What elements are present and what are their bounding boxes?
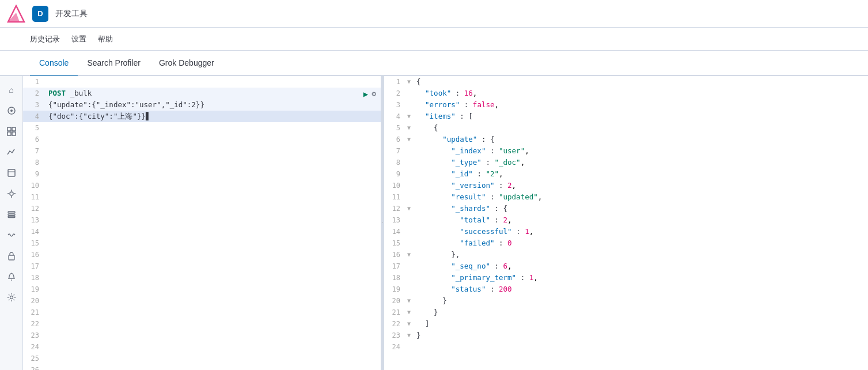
collapse-21[interactable]: ▼ — [407, 307, 414, 318]
home-icon[interactable]: ⌂ — [2, 81, 21, 99]
output-line-11: 11 "result" : "updated", — [384, 191, 868, 203]
svg-rect-5 — [12, 127, 16, 131]
output-panel: 1 ▼ { 2 "took" : 16, 3 "errors" : false,… — [384, 76, 868, 370]
editor-line-17: 17 — [23, 260, 381, 272]
svg-rect-7 — [12, 132, 16, 135]
wrench-icon[interactable]: ⚙ — [372, 88, 376, 100]
collapse-12[interactable]: ▼ — [407, 203, 414, 214]
output-line-4: 4 ▼ "items" : [ — [384, 111, 868, 122]
svg-rect-6 — [7, 132, 11, 135]
editor-line-16: 16 — [23, 249, 381, 260]
ml-icon[interactable] — [2, 184, 21, 203]
editor-line-23: 23 — [23, 330, 381, 341]
editor-line-5: 5 — [23, 122, 381, 134]
tab-console[interactable]: Console — [30, 50, 78, 75]
editor-line-24: 24 — [23, 341, 381, 353]
canvas-icon[interactable] — [2, 164, 21, 182]
security-icon[interactable] — [2, 247, 21, 265]
run-icon[interactable]: ▶ — [363, 88, 368, 100]
output-line-6: 6 ▼ "update" : { — [384, 134, 868, 145]
editor-line-25: 25 — [23, 353, 381, 364]
settings-link[interactable]: 设置 — [71, 34, 86, 44]
editor-line-22: 22 — [23, 318, 381, 330]
output-line-5: 5 ▼ { — [384, 122, 868, 134]
svg-rect-4 — [7, 127, 11, 131]
editor-line-14: 14 — [23, 226, 381, 237]
discover-icon[interactable] — [2, 101, 21, 120]
second-bar: 历史记录 设置 帮助 — [0, 28, 868, 51]
editor-content[interactable]: 1 2 POST _bulk ▶ ⚙ 3 {"update":{"_index"… — [23, 76, 381, 370]
tab-grok-debugger[interactable]: Grok Debugger — [150, 50, 223, 75]
editor-line-11: 11 — [23, 191, 381, 203]
editor-line-18: 18 — [23, 272, 381, 284]
output-line-23: 23 ▼ } — [384, 330, 868, 341]
index-mgmt-icon[interactable] — [2, 205, 21, 224]
output-line-15: 15 "failed" : 0 — [384, 237, 868, 249]
editor-panel[interactable]: 1 2 POST _bulk ▶ ⚙ 3 {"update":{"_index"… — [23, 76, 381, 370]
collapse-4[interactable]: ▼ — [407, 111, 414, 122]
output-line-7: 7 "_index" : "user", — [384, 145, 868, 157]
main-content: ⌂ — [0, 76, 868, 370]
tab-search-profiler[interactable]: Search Profiler — [78, 50, 150, 75]
editor-line-10: 10 — [23, 180, 381, 191]
output-line-22: 22 ▼ ] — [384, 318, 868, 330]
history-link[interactable]: 历史记录 — [30, 34, 60, 44]
output-line-3: 3 "errors" : false, — [384, 99, 868, 111]
output-line-10: 10 "_version" : 2, — [384, 180, 868, 191]
svg-point-3 — [10, 110, 13, 112]
svg-point-10 — [10, 192, 13, 195]
output-line-17: 17 "_seq_no" : 6, — [384, 260, 868, 272]
settings-icon[interactable] — [2, 288, 21, 307]
collapse-20[interactable]: ▼ — [407, 295, 414, 307]
output-line-20: 20 ▼ } — [384, 295, 868, 307]
editor-line-21: 21 — [23, 307, 381, 318]
output-line-13: 13 "total" : 2, — [384, 214, 868, 226]
output-line-19: 19 "status" : 200 — [384, 284, 868, 295]
editor-line-12: 12 — [23, 203, 381, 214]
editor-line-8: 8 — [23, 157, 381, 168]
collapse-16[interactable]: ▼ — [407, 249, 414, 260]
editor-line-7: 7 — [23, 145, 381, 157]
output-line-16: 16 ▼ }, — [384, 249, 868, 260]
svg-rect-17 — [8, 216, 15, 218]
svg-point-20 — [10, 296, 13, 299]
editor-line-1: 1 — [23, 76, 381, 88]
output-line-18: 18 "_primary_term" : 1, — [384, 272, 868, 284]
editor-line-13: 13 — [23, 214, 381, 226]
collapse-1[interactable]: ▼ — [407, 76, 414, 88]
editor-line-15: 15 — [23, 237, 381, 249]
editor-line-4: 4 {"doc":{"city":"上海"}}▋ — [23, 111, 381, 122]
editor-line-6: 6 — [23, 134, 381, 145]
output-line-1: 1 ▼ { — [384, 76, 868, 88]
app-avatar: D — [32, 6, 48, 22]
collapse-5[interactable]: ▼ — [407, 122, 414, 134]
help-link[interactable]: 帮助 — [98, 34, 113, 44]
dashboard-icon[interactable] — [2, 122, 21, 141]
apm-icon[interactable] — [2, 226, 21, 244]
alerting-icon[interactable] — [2, 267, 21, 286]
collapse-22[interactable]: ▼ — [407, 318, 414, 330]
collapse-23[interactable]: ▼ — [407, 330, 414, 341]
top-bar: D 开发工具 — [0, 0, 868, 28]
tabs-bar: Console Search Profiler Grok Debugger — [0, 51, 868, 76]
visualize-icon[interactable] — [2, 143, 21, 161]
svg-rect-8 — [8, 169, 15, 176]
editor-line-19: 19 — [23, 284, 381, 295]
editor-line-20: 20 — [23, 295, 381, 307]
svg-rect-15 — [8, 212, 15, 213]
left-sidebar: ⌂ — [0, 76, 23, 370]
output-line-2: 2 "took" : 16, — [384, 88, 868, 99]
editor-line-9: 9 — [23, 168, 381, 180]
output-line-21: 21 ▼ } — [384, 307, 868, 318]
kibana-logo — [7, 5, 25, 23]
output-line-24: 24 — [384, 341, 868, 353]
output-line-14: 14 "successful" : 1, — [384, 226, 868, 237]
app-title: 开发工具 — [55, 9, 88, 19]
editor-line-3: 3 {"update":{"_index":"user","_id":2}} — [23, 99, 381, 111]
editor-line-26: 26 — [23, 364, 381, 370]
output-line-12: 12 ▼ "_shards" : { — [384, 203, 868, 214]
svg-rect-18 — [9, 255, 14, 260]
editor-line-2: 2 POST _bulk ▶ ⚙ — [23, 88, 381, 99]
output-line-9: 9 "_id" : "2", — [384, 168, 868, 180]
collapse-6[interactable]: ▼ — [407, 134, 414, 145]
